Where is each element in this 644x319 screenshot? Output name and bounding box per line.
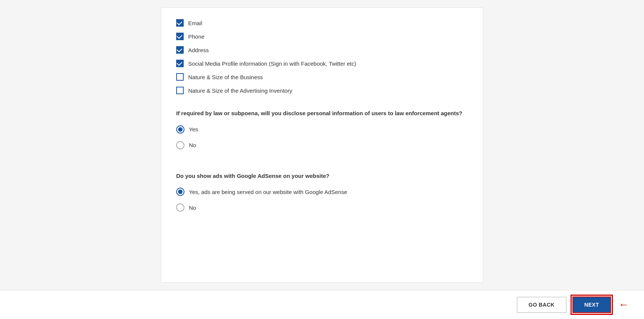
adsense-no[interactable]: No bbox=[176, 203, 468, 212]
checkbox-address-box bbox=[176, 46, 184, 54]
adsense-no-label: No bbox=[189, 205, 196, 211]
checkbox-phone[interactable]: Phone bbox=[176, 33, 468, 40]
adsense-question: Do you show ads with Google AdSense on y… bbox=[176, 172, 468, 181]
next-button[interactable]: NEXT bbox=[572, 296, 611, 313]
checkbox-group: Email Phone Address Social Media Profile… bbox=[176, 19, 468, 94]
checkbox-email[interactable]: Email bbox=[176, 19, 468, 27]
checkbox-social-media-box bbox=[176, 60, 184, 67]
checkbox-nature-size-business-box bbox=[176, 73, 184, 81]
checkbox-nature-size-business-label: Nature & Size of the Business bbox=[188, 74, 263, 80]
checkbox-nature-size-advertising[interactable]: Nature & Size of the Advertising Invento… bbox=[176, 87, 468, 94]
arrow-icon: ← bbox=[619, 299, 629, 310]
adsense-radio-group: Yes, ads are being served on our website… bbox=[176, 188, 468, 212]
adsense-no-radio bbox=[176, 203, 184, 212]
checkbox-social-media-label: Social Media Profile information (Sign i… bbox=[188, 60, 356, 67]
checkbox-email-label: Email bbox=[188, 20, 202, 26]
law-enforcement-no-radio bbox=[176, 141, 184, 149]
divider-1 bbox=[176, 98, 468, 109]
law-enforcement-no[interactable]: No bbox=[176, 141, 468, 149]
form-container: Email Phone Address Social Media Profile… bbox=[161, 8, 483, 283]
footer-bar: GO BACK NEXT ← bbox=[0, 290, 644, 319]
adsense-yes-label: Yes, ads are being served on our website… bbox=[189, 189, 347, 195]
adsense-yes-radio bbox=[176, 188, 184, 196]
checkbox-email-box bbox=[176, 19, 184, 27]
checkbox-nature-size-business[interactable]: Nature & Size of the Business bbox=[176, 73, 468, 81]
law-enforcement-question: If required by law or subpoena, will you… bbox=[176, 109, 468, 118]
go-back-button[interactable]: GO BACK bbox=[517, 297, 566, 313]
law-enforcement-yes-radio bbox=[176, 125, 184, 134]
law-enforcement-no-label: No bbox=[189, 142, 196, 148]
checkbox-address[interactable]: Address bbox=[176, 46, 468, 54]
checkbox-address-label: Address bbox=[188, 47, 209, 53]
divider-2 bbox=[176, 161, 468, 172]
checkbox-phone-label: Phone bbox=[188, 33, 204, 40]
checkbox-nature-size-advertising-label: Nature & Size of the Advertising Invento… bbox=[188, 87, 292, 94]
adsense-yes[interactable]: Yes, ads are being served on our website… bbox=[176, 188, 468, 196]
law-enforcement-yes[interactable]: Yes bbox=[176, 125, 468, 134]
main-content: Email Phone Address Social Media Profile… bbox=[0, 0, 644, 290]
checkbox-phone-box bbox=[176, 33, 184, 40]
checkbox-social-media[interactable]: Social Media Profile information (Sign i… bbox=[176, 60, 468, 67]
law-enforcement-yes-label: Yes bbox=[189, 126, 198, 132]
law-enforcement-radio-group: Yes No bbox=[176, 125, 468, 149]
checkbox-nature-size-advertising-box bbox=[176, 87, 184, 94]
